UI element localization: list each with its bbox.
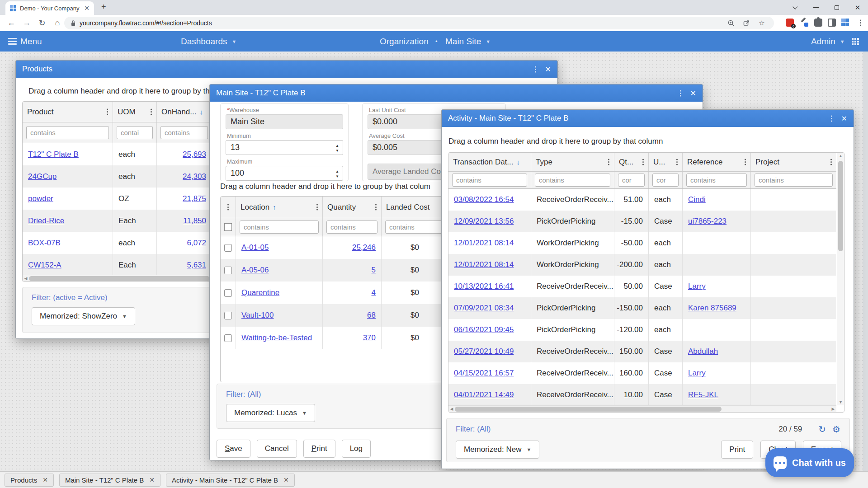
window-kebab-icon[interactable] bbox=[680, 93, 681, 94]
organization-item[interactable]: Organization bbox=[380, 31, 429, 52]
log-button[interactable]: Log bbox=[342, 440, 371, 458]
location-link[interactable]: A-05-06 bbox=[241, 266, 269, 275]
spinner-down-icon[interactable]: ▼ bbox=[335, 175, 339, 178]
taskbar-tab-item[interactable]: Main Site - T12" C Plate B ✕ bbox=[59, 474, 160, 487]
onhand-filter-input[interactable] bbox=[160, 126, 208, 139]
product-link[interactable]: powder bbox=[28, 194, 53, 203]
column-menu-kebab-icon[interactable] bbox=[316, 206, 318, 208]
qty-filter-input[interactable] bbox=[618, 174, 645, 187]
reference-link[interactable]: Cindi bbox=[688, 195, 706, 204]
group-drop-zone[interactable]: Drag a column header and drop it here to… bbox=[28, 87, 210, 96]
extension-pin-icon[interactable]: 0 bbox=[786, 19, 794, 27]
landed-cost-filter-input[interactable] bbox=[385, 221, 449, 234]
transaction-date-link[interactable]: 06/16/2021 09:45 bbox=[454, 325, 514, 334]
onhand-link[interactable]: 5,631 bbox=[187, 261, 206, 270]
type-filter-input[interactable] bbox=[535, 174, 610, 187]
column-menu-kebab-icon[interactable] bbox=[642, 161, 644, 163]
column-header-uom[interactable]: UOM bbox=[118, 108, 136, 117]
cancel-button[interactable]: Cancel bbox=[257, 440, 297, 458]
scrollbar-thumb[interactable] bbox=[838, 161, 843, 251]
refresh-icon[interactable]: ↻ bbox=[818, 424, 826, 435]
quantity-link[interactable]: 370 bbox=[363, 333, 376, 343]
transaction-date-link[interactable]: 12/09/2021 13:56 bbox=[454, 217, 514, 226]
spinner-down-icon[interactable]: ▼ bbox=[335, 149, 339, 153]
apps-waffle-icon[interactable] bbox=[852, 31, 859, 52]
column-header-reference[interactable]: Reference bbox=[687, 158, 722, 167]
zoom-icon[interactable] bbox=[725, 19, 737, 27]
reference-link[interactable]: RF5-JKL bbox=[688, 390, 718, 399]
filter-link[interactable]: Filter: (active = Active) bbox=[32, 293, 108, 302]
menu-button[interactable]: Menu bbox=[8, 31, 42, 52]
project-filter-input[interactable] bbox=[755, 174, 833, 187]
maximum-input[interactable] bbox=[226, 166, 343, 181]
vertical-scrollbar[interactable]: ▲ ▼ bbox=[837, 153, 844, 405]
window-close-icon[interactable]: ✕ bbox=[690, 89, 696, 98]
print-button[interactable]: Print bbox=[303, 440, 335, 458]
gear-icon[interactable]: ⚙ bbox=[832, 424, 840, 435]
extension-puzzle-icon[interactable] bbox=[814, 19, 822, 27]
column-menu-kebab-icon[interactable] bbox=[830, 161, 832, 163]
transaction-date-link[interactable]: 04/01/2021 14:49 bbox=[454, 390, 514, 399]
window-close-icon[interactable]: ✕ bbox=[841, 114, 847, 123]
browser-menu-kebab-icon[interactable] bbox=[854, 15, 867, 31]
column-header-date[interactable]: Transaction Dat... bbox=[453, 158, 514, 167]
scroll-left-icon[interactable]: ◀ bbox=[448, 407, 455, 411]
flowtrac-extension-icon[interactable] bbox=[841, 19, 849, 27]
filter-link[interactable]: Filter: (All) bbox=[456, 425, 491, 434]
column-menu-kebab-icon[interactable] bbox=[227, 206, 229, 208]
quantity-link[interactable]: 68 bbox=[367, 311, 376, 320]
column-header-product[interactable]: Product bbox=[27, 108, 54, 117]
bookmark-star-icon[interactable]: ☆ bbox=[756, 19, 768, 27]
onhand-link[interactable]: 25,693 bbox=[183, 150, 206, 159]
column-header-quantity[interactable]: Quantity bbox=[327, 203, 356, 212]
product-filter-input[interactable] bbox=[26, 126, 109, 139]
transaction-date-link[interactable]: 07/09/2021 08:34 bbox=[454, 304, 514, 313]
scrollbar-thumb[interactable] bbox=[455, 407, 722, 412]
transaction-date-link[interactable]: 03/08/2022 16:54 bbox=[454, 195, 514, 204]
reference-link[interactable]: Karen 875689 bbox=[688, 304, 736, 313]
admin-menu[interactable]: Admin ▼ bbox=[811, 31, 845, 52]
column-menu-kebab-icon[interactable] bbox=[375, 206, 377, 208]
select-all-box[interactable] bbox=[224, 223, 232, 231]
location-link[interactable]: Vault-100 bbox=[241, 311, 274, 320]
reference-link[interactable]: Abdullah bbox=[688, 347, 718, 356]
row-checkbox[interactable] bbox=[224, 244, 232, 252]
date-filter-input[interactable] bbox=[452, 174, 527, 187]
address-bar[interactable]: yourcompany.flowtrac.com/#!/section=Prod… bbox=[64, 17, 774, 29]
column-header-project[interactable]: Project bbox=[755, 158, 779, 167]
product-link[interactable]: BOX-07B bbox=[28, 239, 61, 248]
window-kebab-icon[interactable] bbox=[831, 118, 832, 119]
window-chevron-icon[interactable] bbox=[788, 0, 803, 15]
close-icon[interactable]: ✕ bbox=[149, 476, 155, 483]
location-link[interactable]: Quarentine bbox=[241, 288, 279, 297]
onhand-link[interactable]: 21,875 bbox=[183, 194, 206, 203]
reference-filter-input[interactable] bbox=[686, 174, 747, 187]
window-close-icon[interactable]: ✕ bbox=[850, 0, 865, 15]
quantity-link[interactable]: 4 bbox=[372, 288, 376, 297]
group-drop-zone[interactable]: Drag a column header and drop it here to… bbox=[448, 137, 663, 146]
window-close-icon[interactable]: ✕ bbox=[545, 65, 551, 74]
home-icon[interactable]: ⌂ bbox=[51, 15, 64, 31]
product-link[interactable]: Dried-Rice bbox=[28, 216, 64, 225]
item-window-titlebar[interactable]: Main Site - T12" C Plate B ✕ bbox=[210, 84, 703, 102]
column-header-onhand[interactable]: OnHand... bbox=[161, 108, 197, 117]
minimum-input[interactable] bbox=[226, 140, 343, 155]
column-header-type[interactable]: Type bbox=[536, 158, 552, 167]
transaction-date-link[interactable]: 12/01/2021 08:14 bbox=[454, 260, 514, 269]
scroll-down-icon[interactable]: ▼ bbox=[837, 400, 844, 404]
save-button[interactable]: Save bbox=[217, 440, 250, 458]
uom-filter-input[interactable] bbox=[652, 174, 679, 187]
tab-close-icon[interactable]: ✕ bbox=[84, 5, 90, 12]
group-drop-zone[interactable]: Drag a column header and drop it here to… bbox=[220, 182, 430, 191]
forward-icon[interactable]: → bbox=[20, 15, 33, 31]
page-scrollbar[interactable] bbox=[863, 52, 868, 471]
location-link[interactable]: Waiting-to-be-Tested bbox=[241, 333, 312, 343]
spinner-up-icon[interactable]: ▲ bbox=[335, 144, 339, 148]
onhand-link[interactable]: 11,850 bbox=[183, 216, 206, 225]
memorized-dropdown-button[interactable]: Memorized: Lucas ▼ bbox=[226, 404, 315, 422]
reference-link[interactable]: Larry bbox=[688, 369, 706, 378]
horizontal-scrollbar[interactable]: ◀ ▶ bbox=[448, 405, 836, 412]
sidebar-toggle-icon[interactable] bbox=[828, 19, 836, 27]
filter-link[interactable]: Filter: (All) bbox=[226, 390, 261, 399]
row-checkbox[interactable] bbox=[224, 312, 232, 319]
